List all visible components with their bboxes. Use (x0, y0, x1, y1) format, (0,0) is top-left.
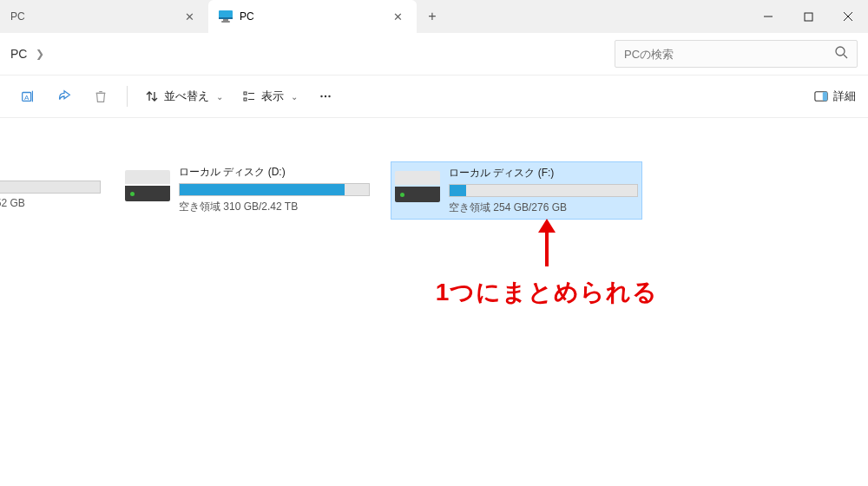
drive-free-space: 空き領域 310 GB/2.42 TB (179, 200, 370, 214)
svg-rect-3 (221, 21, 230, 23)
drive-free-space: 850 GB/952 GB (0, 197, 101, 209)
drive-name: ローカル ディスク (D:) (179, 165, 370, 180)
drive-usage-bar (0, 181, 101, 194)
chevron-right-icon: ❯ (36, 48, 44, 60)
drive-free-space: 空き領域 254 GB/276 GB (449, 200, 638, 215)
chevron-down-icon: ⌄ (216, 92, 223, 102)
drive-name: ローカル ディスク (F:) (449, 166, 638, 181)
delete-button[interactable] (85, 81, 116, 112)
rename-button[interactable]: A (12, 81, 43, 112)
search-box[interactable] (615, 40, 858, 68)
chevron-down-icon: ⌄ (291, 92, 298, 102)
svg-marker-25 (538, 219, 556, 233)
svg-point-19 (320, 95, 322, 97)
breadcrumb-location: PC (10, 47, 27, 61)
svg-point-8 (836, 47, 845, 56)
breadcrumb[interactable]: PC ❯ (10, 47, 44, 61)
maximize-icon[interactable] (788, 0, 828, 33)
svg-rect-15 (244, 92, 247, 95)
tab-label: PC (240, 10, 254, 23)
svg-rect-5 (805, 13, 812, 21)
drive-name: s (C:) (0, 165, 101, 177)
toolbar-divider (127, 86, 128, 107)
drive-list: s (C:) 850 GB/952 GB ローカル ディスク (D:) 空き領域… (0, 161, 868, 220)
search-input[interactable] (624, 48, 827, 61)
details-pane-button[interactable]: 詳細 (814, 89, 856, 104)
annotation: 1つにまとめられる (373, 219, 720, 309)
tab-label: PC (10, 10, 25, 23)
close-icon[interactable]: ✕ (389, 10, 406, 23)
sort-label: 並べ替え (164, 89, 209, 104)
close-window-icon[interactable] (828, 0, 868, 33)
drive-item-d[interactable]: ローカル ディスク (D:) 空き領域 310 GB/2.42 TB (122, 161, 373, 220)
svg-line-9 (844, 55, 847, 58)
annotation-text: 1つにまとめられる (373, 276, 720, 309)
drive-icon (395, 171, 440, 202)
drive-item-c[interactable]: s (C:) 850 GB/952 GB (0, 161, 104, 220)
drive-item-f[interactable]: ローカル ディスク (F:) 空き領域 254 GB/276 GB (391, 161, 642, 220)
share-button[interactable] (49, 81, 80, 112)
view-button[interactable]: 表示 ⌄ (235, 81, 305, 112)
search-icon[interactable] (834, 45, 848, 62)
svg-point-21 (328, 95, 330, 97)
tab-bar: PC ✕ PC ✕ + (0, 0, 868, 33)
view-label: 表示 (261, 89, 284, 104)
svg-rect-17 (244, 98, 247, 101)
window-controls (748, 0, 868, 33)
tab-pc-2[interactable]: PC ✕ (208, 0, 417, 33)
drive-usage-bar (449, 184, 638, 197)
new-tab-button[interactable]: + (417, 0, 448, 33)
content-area: s (C:) 850 GB/952 GB ローカル ディスク (D:) 空き領域… (0, 118, 868, 486)
drive-icon (125, 170, 170, 201)
address-bar: PC ❯ (0, 33, 868, 75)
close-icon[interactable]: ✕ (181, 10, 198, 23)
svg-point-20 (325, 95, 326, 97)
svg-rect-2 (223, 19, 228, 21)
toolbar: A 並べ替え ⌄ 表示 ⌄ 詳細 (0, 75, 868, 118)
monitor-icon (219, 10, 233, 23)
minimize-icon[interactable] (748, 0, 788, 33)
sort-button[interactable]: 並べ替え ⌄ (138, 81, 230, 112)
drive-usage-bar (179, 183, 370, 196)
svg-rect-23 (823, 92, 827, 102)
details-label: 詳細 (833, 89, 856, 104)
more-button[interactable] (310, 81, 341, 112)
arrow-up-icon (534, 219, 560, 271)
svg-rect-1 (219, 17, 233, 19)
tab-pc-1[interactable]: PC ✕ (0, 0, 208, 33)
svg-text:A: A (24, 94, 30, 102)
